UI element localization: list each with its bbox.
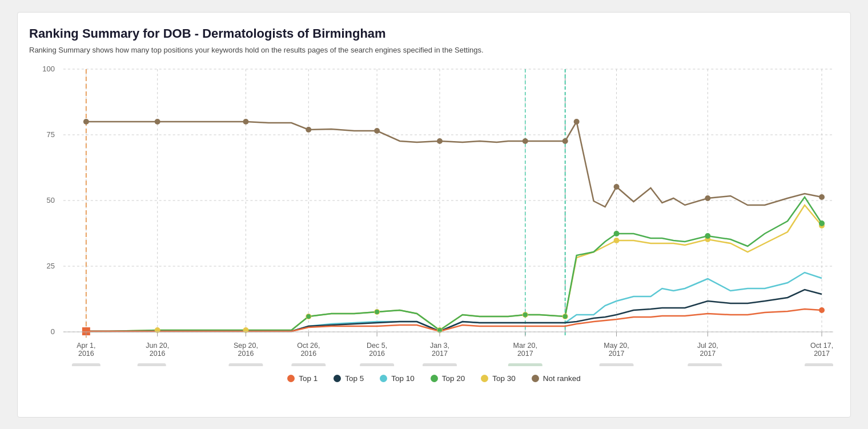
svg-text:Dec 5,: Dec 5, <box>367 341 387 349</box>
legend-top20-dot <box>431 375 438 382</box>
chart-subtitle: Ranking Summary shows how many top posit… <box>29 46 839 54</box>
svg-point-55 <box>705 233 710 239</box>
svg-point-45 <box>614 238 620 243</box>
svg-point-28 <box>306 127 311 133</box>
svg-point-35 <box>705 195 710 201</box>
legend-top5: Top 5 <box>333 374 364 383</box>
svg-rect-93 <box>291 363 326 366</box>
legend-top20: Top 20 <box>431 374 465 383</box>
legend-top5-label: Top 5 <box>345 374 364 383</box>
svg-text:Sep 20,: Sep 20, <box>234 341 258 349</box>
svg-rect-96 <box>508 363 542 366</box>
chart-area: .grid-line { stroke: #ccc; stroke-width:… <box>29 63 839 366</box>
legend-notranked-dot <box>532 375 539 382</box>
chart-container: Ranking Summary for DOB - Dermatologists… <box>17 12 851 418</box>
svg-text:2017: 2017 <box>814 349 830 357</box>
svg-text:2017: 2017 <box>609 349 625 357</box>
svg-text:2017: 2017 <box>432 349 448 357</box>
svg-point-30 <box>437 138 443 144</box>
svg-rect-94 <box>360 363 394 366</box>
legend-notranked-label: Not ranked <box>543 374 581 383</box>
svg-point-53 <box>563 314 568 319</box>
svg-rect-90 <box>72 363 101 366</box>
legend-top5-dot <box>333 375 341 382</box>
svg-text:0: 0 <box>51 327 55 335</box>
svg-rect-97 <box>600 363 634 366</box>
svg-rect-99 <box>805 363 833 366</box>
svg-text:2016: 2016 <box>369 349 385 357</box>
svg-text:Jan 3,: Jan 3, <box>430 341 449 349</box>
legend-top30: Top 30 <box>481 374 516 383</box>
chart-title: Ranking Summary for DOB - Dermatologists… <box>29 26 839 41</box>
svg-text:Oct 26,: Oct 26, <box>297 341 320 349</box>
legend-top1: Top 1 <box>287 374 318 383</box>
legend-top1-label: Top 1 <box>299 374 318 383</box>
svg-text:2017: 2017 <box>517 349 533 357</box>
svg-point-52 <box>523 312 528 317</box>
svg-text:2016: 2016 <box>150 349 166 357</box>
svg-text:Jun 20,: Jun 20, <box>146 341 169 349</box>
svg-point-31 <box>523 138 528 144</box>
svg-point-58 <box>819 307 825 313</box>
svg-point-54 <box>614 231 620 236</box>
svg-text:Oct 17,: Oct 17, <box>810 341 833 349</box>
legend-top1-dot <box>287 375 295 382</box>
svg-point-32 <box>562 138 568 144</box>
svg-point-25 <box>83 119 89 125</box>
legend-top10-label: Top 10 <box>391 374 415 383</box>
svg-point-33 <box>574 119 580 125</box>
svg-rect-91 <box>138 363 166 366</box>
svg-point-49 <box>306 314 311 319</box>
legend-top20-label: Top 20 <box>442 374 465 383</box>
svg-point-34 <box>614 184 620 190</box>
svg-point-27 <box>243 119 248 125</box>
svg-point-26 <box>155 119 160 125</box>
svg-text:Apr 1,: Apr 1, <box>77 341 95 349</box>
svg-point-50 <box>375 310 379 314</box>
legend-top30-label: Top 30 <box>492 374 516 383</box>
legend-notranked: Not ranked <box>532 374 581 383</box>
svg-rect-92 <box>229 363 263 366</box>
legend-top10-dot <box>380 375 387 382</box>
svg-text:Mar 20,: Mar 20, <box>513 341 537 349</box>
svg-point-56 <box>819 220 825 226</box>
svg-point-29 <box>374 128 380 134</box>
svg-text:2016: 2016 <box>78 349 94 357</box>
main-chart: .grid-line { stroke: #ccc; stroke-width:… <box>29 63 839 366</box>
svg-point-36 <box>819 194 825 200</box>
svg-rect-98 <box>688 363 722 366</box>
svg-text:100: 100 <box>42 64 55 73</box>
svg-text:75: 75 <box>46 130 54 138</box>
svg-rect-95 <box>423 363 457 366</box>
legend-top10: Top 10 <box>380 374 415 383</box>
svg-text:2017: 2017 <box>700 349 716 357</box>
svg-text:2016: 2016 <box>238 349 254 357</box>
legend-top30-dot <box>481 375 488 382</box>
svg-text:May 20,: May 20, <box>604 341 629 349</box>
svg-text:25: 25 <box>46 261 54 270</box>
chart-legend: Top 1 Top 5 Top 10 Top 20 Top 30 Not ran… <box>29 374 839 383</box>
svg-text:50: 50 <box>46 195 54 204</box>
svg-text:2016: 2016 <box>300 349 316 357</box>
svg-text:Jul 20,: Jul 20, <box>697 341 718 349</box>
